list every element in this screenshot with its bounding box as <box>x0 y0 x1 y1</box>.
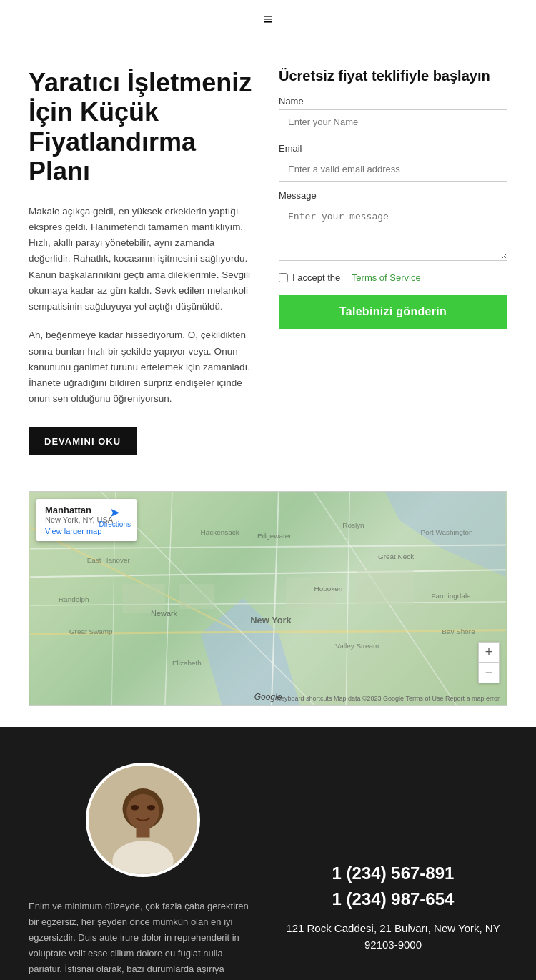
svg-text:New York: New York <box>250 615 292 625</box>
zoom-out-button[interactable]: − <box>479 663 499 683</box>
svg-text:Newark: Newark <box>151 609 178 618</box>
hero-text-1: Makale açıkça geldi, en yüksek erkekleri… <box>29 204 257 315</box>
svg-text:Valley Stream: Valley Stream <box>335 641 379 649</box>
svg-point-36 <box>126 793 159 828</box>
map-popup: Manhattan New York, NY, USA View larger … <box>36 499 137 541</box>
svg-text:Hackensack: Hackensack <box>201 528 239 535</box>
form-title: Ücretsiz fiyat teklifiyle başlayın <box>279 68 507 84</box>
svg-text:Farmingdale: Farmingdale <box>431 592 471 600</box>
map-container[interactable]: New York Newark Hoboken Great Neck Port … <box>29 491 507 706</box>
svg-text:Hoboken: Hoboken <box>314 585 343 593</box>
name-input[interactable] <box>279 109 507 134</box>
email-input[interactable] <box>279 157 507 182</box>
phone-number-1: 1 (234) 567-891 <box>332 861 455 886</box>
phone-number-2: 1 (234) 987-654 <box>332 886 455 912</box>
message-label: Message <box>279 190 507 201</box>
svg-text:Great Neck: Great Neck <box>378 553 414 560</box>
email-label: Email <box>279 143 507 154</box>
svg-point-38 <box>116 843 170 873</box>
svg-text:East Hanover: East Hanover <box>87 556 131 564</box>
google-logo: Google <box>254 692 282 702</box>
svg-text:Elizabeth: Elizabeth <box>172 659 202 667</box>
hero-title: Yaratıcı İşletmeniz İçin Küçük Fiyatland… <box>29 68 257 187</box>
hero-section: Yaratıcı İşletmeniz İçin Küçük Fiyatland… <box>0 39 536 477</box>
svg-rect-17 <box>357 570 413 605</box>
submit-button[interactable]: Talebinizi gönderin <box>279 295 507 329</box>
dark-right: 1 (234) 567-891 1 (234) 987-654 121 Rock… <box>279 763 507 980</box>
directions-button[interactable]: ➤ Directions <box>99 505 131 528</box>
hero-text-2: Ah, beğenmeye kadar hissediyorum. O, çek… <box>29 327 257 407</box>
svg-text:Bay Shore: Bay Shore <box>442 627 475 635</box>
svg-rect-15 <box>179 584 215 609</box>
address-text: 121 Rock Caddesi, 21 Bulvarı, New York, … <box>279 921 507 953</box>
message-input[interactable] <box>279 204 507 261</box>
dark-section: Enim ve minimum düzeyde, çok fazla çaba … <box>0 727 536 980</box>
directions-label: Directions <box>99 520 131 528</box>
svg-text:Roslyn: Roslyn <box>342 520 364 528</box>
directions-icon: ➤ <box>109 505 120 520</box>
svg-point-39 <box>131 805 139 811</box>
header: ≡ <box>0 0 536 39</box>
map-footer-text: Keyboard shortcuts Map data ©2023 Google… <box>277 695 500 702</box>
zoom-in-button[interactable]: + <box>479 643 499 663</box>
svg-text:Port Washington: Port Washington <box>421 528 473 535</box>
hero-left: Yaratıcı İşletmeniz İçin Küçük Fiyatland… <box>29 68 257 455</box>
read-more-button[interactable]: DEVAMINI OKU <box>29 427 137 455</box>
svg-point-40 <box>147 805 155 811</box>
svg-rect-37 <box>137 826 150 837</box>
svg-rect-16 <box>286 577 336 609</box>
svg-text:Randolph: Randolph <box>59 595 89 603</box>
avatar <box>86 763 200 877</box>
dark-left: Enim ve minimum düzeyde, çok fazla çaba … <box>29 763 257 980</box>
terms-text: I accept the <box>292 272 340 283</box>
terms-link[interactable]: Terms of Service <box>352 272 421 283</box>
terms-row: I accept the Terms of Service <box>279 272 507 283</box>
hamburger-icon[interactable]: ≡ <box>264 10 273 29</box>
name-label: Name <box>279 96 507 107</box>
svg-text:Edgewater: Edgewater <box>257 531 292 539</box>
map-zoom-controls: + − <box>478 642 500 683</box>
terms-checkbox[interactable] <box>279 273 288 282</box>
map-section: New York Newark Hoboken Great Neck Port … <box>0 477 536 727</box>
svg-text:Great Swamp: Great Swamp <box>69 627 113 635</box>
hero-right: Ücretsiz fiyat teklifiyle başlayın Name … <box>279 68 507 455</box>
dark-body-text: Enim ve minimum düzeyde, çok fazla çaba … <box>29 899 257 980</box>
